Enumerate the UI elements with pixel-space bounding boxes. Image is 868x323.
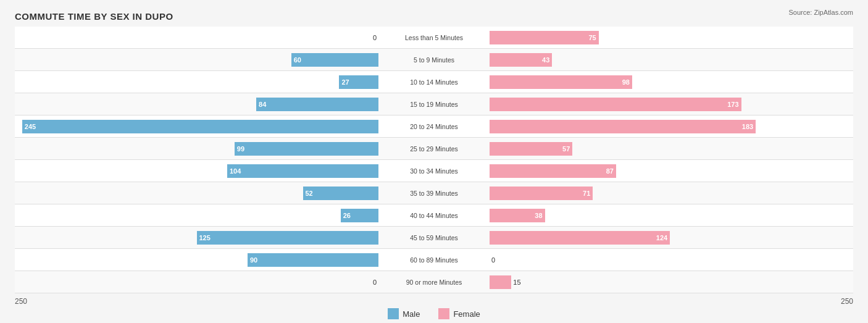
female-bar: 57: [490, 142, 572, 156]
female-bar: 173: [490, 98, 741, 111]
female-bar: 98: [490, 75, 632, 89]
female-value: 57: [562, 145, 570, 153]
row-label: 90 or more Minutes: [378, 279, 490, 286]
female-value: 173: [727, 101, 738, 108]
male-value: 52: [306, 190, 313, 197]
chart-row: 8415 to 19 Minutes173: [15, 93, 853, 115]
source-label: Source: ZipAtlas.com: [788, 9, 853, 16]
female-value: 183: [742, 123, 753, 130]
axis-bottom: 250 250: [15, 297, 853, 306]
female-value: 75: [588, 34, 596, 41]
row-label: Less than 5 Minutes: [378, 34, 490, 41]
female-bar: 183: [490, 120, 756, 133]
legend-female: Female: [438, 308, 480, 319]
male-bar: 125: [197, 231, 379, 245]
legend-female-label: Female: [453, 309, 480, 319]
chart-row: 9060 to 89 Minutes0: [15, 249, 853, 271]
female-value-zero: 0: [491, 256, 495, 264]
female-value: 15: [513, 279, 520, 286]
male-value-zero: 0: [373, 34, 377, 41]
female-value: 38: [535, 212, 542, 219]
chart-row: 24520 to 24 Minutes183: [15, 115, 853, 138]
row-label: 45 to 59 Minutes: [378, 234, 490, 241]
female-bar: 124: [490, 231, 670, 245]
axis-right-label: 250: [841, 297, 853, 306]
female-bar: 43: [490, 53, 552, 67]
male-value: 104: [230, 167, 241, 175]
male-bar: 104: [227, 164, 378, 178]
chart-title: COMMUTE TIME BY SEX IN DUPO: [15, 11, 853, 22]
row-label: 60 to 89 Minutes: [378, 256, 490, 264]
chart-row: 605 to 9 Minutes43: [15, 49, 853, 71]
male-value: 99: [237, 145, 244, 153]
male-value: 26: [343, 212, 351, 219]
row-label: 30 to 34 Minutes: [378, 167, 490, 175]
row-label: 15 to 19 Minutes: [378, 101, 490, 108]
male-bar: 60: [291, 53, 378, 67]
female-value: 124: [656, 234, 667, 241]
female-bar: 75: [490, 31, 599, 44]
male-bar: 90: [248, 253, 378, 267]
legend-male: Male: [388, 308, 420, 319]
male-bar: 245: [22, 120, 378, 133]
male-value-zero: 0: [373, 279, 377, 286]
chart-area: 0Less than 5 Minutes75605 to 9 Minutes43…: [15, 27, 853, 293]
chart-row: 0Less than 5 Minutes75: [15, 27, 853, 49]
legend-male-box: [388, 308, 399, 319]
chart-row: 10430 to 34 Minutes87: [15, 160, 853, 182]
chart-row: 12545 to 59 Minutes124: [15, 227, 853, 249]
chart-row: 5235 to 39 Minutes71: [15, 182, 853, 204]
female-bar: 15: [490, 275, 511, 289]
male-value: 125: [199, 234, 211, 241]
chart-row: 2640 to 44 Minutes38: [15, 204, 853, 227]
female-value: 98: [622, 78, 630, 86]
row-label: 5 to 9 Minutes: [378, 56, 490, 64]
male-bar: 99: [235, 142, 378, 156]
chart-container: COMMUTE TIME BY SEX IN DUPO Source: ZipA…: [0, 0, 868, 323]
male-value: 245: [25, 123, 36, 130]
female-value: 87: [606, 167, 614, 175]
female-value: 43: [542, 56, 549, 64]
female-bar: 71: [490, 187, 593, 200]
male-bar: 26: [341, 209, 378, 222]
male-bar: 84: [256, 98, 378, 111]
legend-female-box: [438, 308, 449, 319]
legend-male-label: Male: [403, 309, 420, 319]
row-label: 35 to 39 Minutes: [378, 190, 490, 197]
row-label: 40 to 44 Minutes: [378, 212, 490, 219]
male-value: 60: [294, 56, 301, 64]
male-value: 90: [250, 256, 257, 264]
male-value: 84: [259, 101, 266, 108]
female-bar: 87: [490, 164, 616, 178]
female-bar: 38: [490, 209, 545, 222]
male-bar: 52: [303, 187, 379, 200]
chart-row: 090 or more Minutes15: [15, 271, 853, 293]
male-value: 27: [341, 78, 349, 86]
axis-left-label: 250: [15, 297, 27, 306]
male-bar: 27: [339, 75, 378, 89]
chart-row: 2710 to 14 Minutes98: [15, 71, 853, 93]
row-label: 25 to 29 Minutes: [378, 145, 490, 153]
legend: Male Female: [15, 308, 853, 319]
row-label: 20 to 24 Minutes: [378, 123, 490, 130]
female-value: 71: [583, 190, 590, 197]
chart-row: 9925 to 29 Minutes57: [15, 138, 853, 160]
row-label: 10 to 14 Minutes: [378, 78, 490, 86]
